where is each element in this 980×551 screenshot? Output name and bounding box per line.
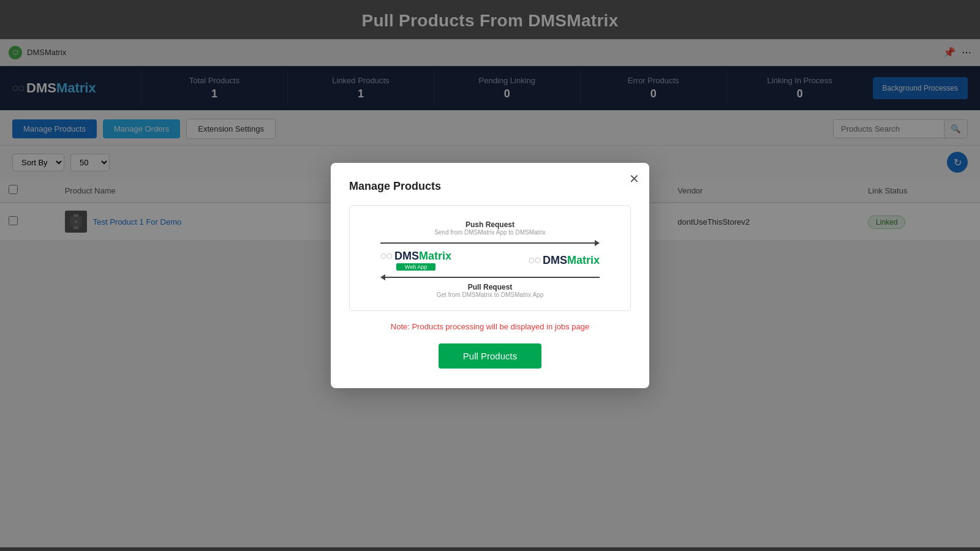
push-request-sublabel: Send from DMSMatrix App to DMSMatrix [434, 229, 546, 236]
dmsmatrix-logo-text: DMSMatrix [543, 254, 600, 267]
modal-note: Note: Products processing will be displa… [349, 322, 631, 331]
pull-products-button[interactable]: Pull Products [439, 343, 541, 369]
modal-diagram: Push Request Send from DMSMatrix App to … [349, 205, 631, 311]
webapp-badge: Web App [396, 263, 435, 271]
dmsmatrix-logo: ⬡⬡ DMSMatrix [529, 254, 600, 267]
modal-title: Manage Products [349, 180, 631, 193]
webapp-icon: ⬡⬡ [380, 252, 393, 260]
modal-overlay: Manage Products ✕ Push Request Send from… [0, 0, 980, 551]
pull-request-sublabel: Get from DMSMatrix to DMSMatrix App [437, 291, 543, 298]
webapp-logo-text: DMSMatrix [394, 250, 451, 263]
pull-request-label: Pull Request [468, 283, 513, 291]
webapp-logo: ⬡⬡ DMSMatrix Web App [380, 250, 451, 271]
dmsmatrix-icon: ⬡⬡ [529, 257, 541, 264]
modal-dialog: Manage Products ✕ Push Request Send from… [331, 163, 649, 388]
push-request-label: Push Request [466, 220, 514, 229]
modal-close-button[interactable]: ✕ [629, 173, 639, 185]
